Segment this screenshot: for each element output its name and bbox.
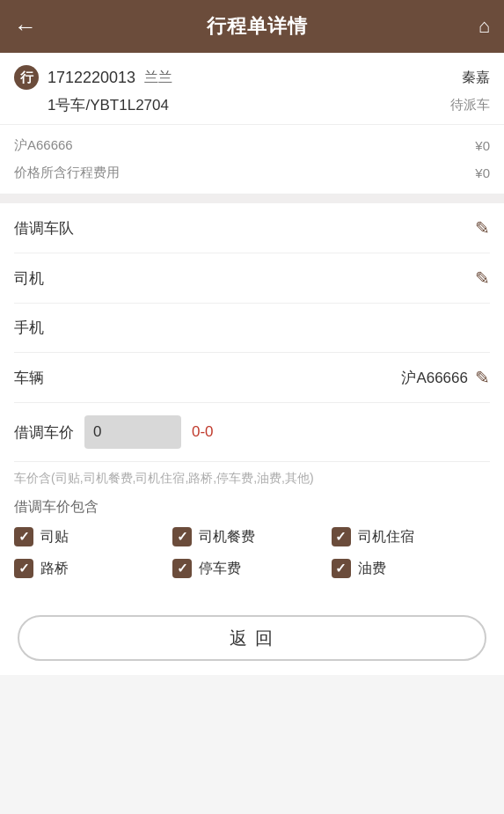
checkbox-siting-box[interactable] xyxy=(14,527,33,546)
form-section: 借调车队 ✎ 司机 ✎ 手机 车辆 沪A66666 ✎ 借调车价 0-0 xyxy=(0,203,504,462)
fee-section: 沪A66666 ¥0 价格所含行程费用 ¥0 xyxy=(0,125,504,194)
fee-row-trip: 价格所含行程费用 ¥0 xyxy=(14,159,490,187)
checkbox-grid: 司贴 司机餐费 司机住宿 路桥 停车费 油费 xyxy=(14,527,490,578)
form-row-borrow-fleet: 借调车队 ✎ xyxy=(14,203,490,253)
checkbox-bridge-label: 路桥 xyxy=(40,560,69,578)
form-label-phone: 手机 xyxy=(14,318,44,338)
checkbox-siting-label: 司贴 xyxy=(40,528,69,546)
checkbox-accommodation-label: 司机住宿 xyxy=(358,528,414,546)
form-row-phone: 手机 xyxy=(14,304,490,353)
checkbox-siting[interactable]: 司贴 xyxy=(14,527,172,546)
trip-row-car: 1号车/YBT1L2704 待派车 xyxy=(14,95,490,115)
checkbox-meal[interactable]: 司机餐费 xyxy=(172,527,331,546)
checkbox-accommodation-box[interactable] xyxy=(332,527,351,546)
form-row-driver: 司机 ✎ xyxy=(14,253,490,304)
fee-description: 车价含(司贴,司机餐费,司机住宿,路桥,停车费,油费,其他) xyxy=(0,462,504,491)
checkbox-section: 借调车价包含 司贴 司机餐费 司机住宿 路桥 停车费 xyxy=(0,491,504,592)
checkbox-parking-label: 停车费 xyxy=(199,560,241,578)
fee-row-plate: 沪A66666 ¥0 xyxy=(14,132,490,159)
back-button[interactable]: ← xyxy=(14,13,37,40)
form-value-vehicle: 沪A66666 xyxy=(401,368,468,388)
form-label-vehicle: 车辆 xyxy=(14,368,44,388)
fee-plate-value: ¥0 xyxy=(475,138,490,153)
edit-vehicle-icon[interactable]: ✎ xyxy=(475,367,490,388)
checkbox-parking-box[interactable] xyxy=(172,559,192,578)
price-range: 0-0 xyxy=(192,423,214,441)
checkbox-bridge[interactable]: 路桥 xyxy=(14,559,172,578)
form-label-borrow-fleet: 借调车队 xyxy=(14,218,74,238)
page-title: 行程单详情 xyxy=(207,13,308,40)
trip-info: 行 1712220013 兰兰 秦嘉 1号车/YBT1L2704 待派车 xyxy=(0,53,504,125)
trip-status: 待派车 xyxy=(450,97,490,114)
header: ← 行程单详情 ⌂ xyxy=(0,0,504,53)
trip-label-lan: 兰兰 xyxy=(144,69,172,87)
fee-trip-value: ¥0 xyxy=(475,165,490,180)
form-label-price: 借调车价 xyxy=(14,422,74,443)
home-button[interactable]: ⌂ xyxy=(478,15,490,38)
checkbox-section-title: 借调车价包含 xyxy=(14,498,490,517)
bottom-bar: 返 回 xyxy=(0,601,504,675)
form-label-driver: 司机 xyxy=(14,268,44,289)
return-button[interactable]: 返 回 xyxy=(18,615,486,661)
checkbox-meal-label: 司机餐费 xyxy=(199,528,255,546)
edit-driver-icon[interactable]: ✎ xyxy=(475,268,490,289)
trip-car-number: 1号车/YBT1L2704 xyxy=(14,95,169,115)
divider xyxy=(0,194,504,203)
fee-plate-label: 沪A66666 xyxy=(14,137,73,154)
price-input[interactable] xyxy=(84,415,181,449)
checkbox-accommodation[interactable]: 司机住宿 xyxy=(332,527,490,546)
checkbox-fuel[interactable]: 油费 xyxy=(332,559,490,578)
checkbox-parking[interactable]: 停车费 xyxy=(172,559,331,578)
trip-badge: 行 xyxy=(14,65,39,90)
checkbox-fuel-box[interactable] xyxy=(332,559,351,578)
fee-trip-label: 价格所含行程费用 xyxy=(14,165,120,181)
trip-id-group: 行 1712220013 兰兰 xyxy=(14,65,172,90)
form-row-price: 借调车价 0-0 xyxy=(14,403,490,462)
trip-id: 1712220013 xyxy=(47,69,135,87)
form-row-vehicle: 车辆 沪A66666 ✎ xyxy=(14,353,490,403)
trip-row-id: 行 1712220013 兰兰 秦嘉 xyxy=(14,65,490,90)
edit-borrow-fleet-icon[interactable]: ✎ xyxy=(475,217,490,238)
trip-label-right: 秦嘉 xyxy=(462,69,490,87)
checkbox-bridge-box[interactable] xyxy=(14,559,33,578)
checkbox-fuel-label: 油费 xyxy=(358,560,386,578)
checkbox-meal-box[interactable] xyxy=(172,527,192,546)
